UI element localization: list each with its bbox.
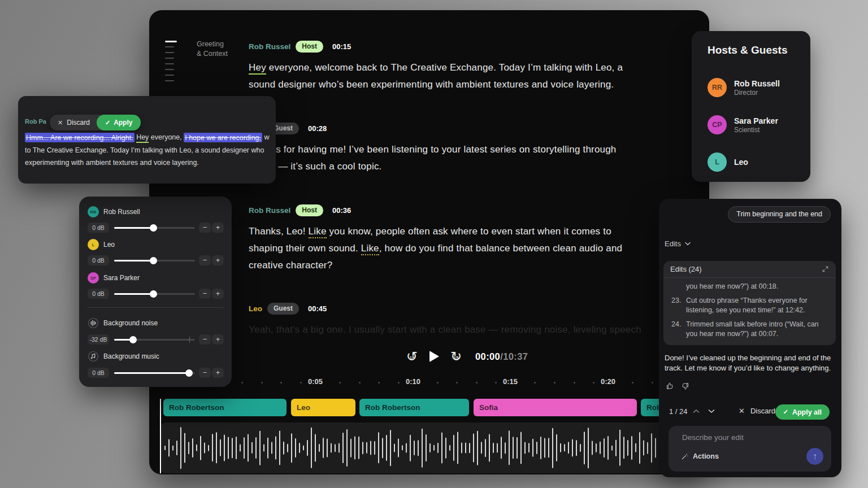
playhead[interactable] bbox=[160, 399, 161, 473]
slider-thumb[interactable] bbox=[129, 336, 137, 343]
apply-button[interactable]: ✓ Apply bbox=[97, 115, 141, 130]
thumbs-down-icon[interactable] bbox=[681, 382, 689, 390]
slider-thumb[interactable] bbox=[150, 257, 157, 264]
transcript-text[interactable]: sound — it’s such a cool topic. bbox=[249, 158, 653, 175]
apply-all-button[interactable]: ✓ Apply all bbox=[775, 404, 830, 420]
edit-item[interactable]: you hear me now?”) at 00:18. bbox=[671, 282, 828, 292]
send-button[interactable]: ↑ bbox=[806, 448, 823, 465]
timestamp[interactable]: 00:28 bbox=[308, 124, 327, 133]
minimap-line[interactable] bbox=[165, 75, 174, 76]
transcript-text[interactable]: creative character? bbox=[249, 257, 653, 274]
volume-minus-button[interactable]: − bbox=[199, 368, 211, 378]
timeline-segment[interactable]: Sofia bbox=[474, 399, 637, 416]
expand-icon[interactable] bbox=[822, 265, 829, 273]
timeline-segment[interactable]: Leo bbox=[291, 399, 355, 416]
chevron-down-icon bbox=[685, 242, 691, 246]
person-row[interactable]: RR Rob Russell Director bbox=[708, 78, 780, 97]
volume-plus-button[interactable]: + bbox=[212, 334, 224, 345]
discard-button[interactable]: ✕ Discard bbox=[50, 119, 97, 127]
person-role: Director bbox=[734, 89, 780, 97]
slider-thumb[interactable] bbox=[150, 290, 157, 298]
edits-list[interactable]: you hear me now?”) at 00:18. 23.Cut outr… bbox=[663, 278, 836, 339]
transcript-text-faded[interactable]: Yeah, that’s a big one. I usually start … bbox=[249, 321, 653, 338]
check-icon: ✓ bbox=[105, 119, 110, 127]
volume-plus-button[interactable]: + bbox=[212, 289, 224, 299]
guest-badge: Guest bbox=[267, 303, 299, 315]
transcript-block: Leo Guest 00:28 Thanks for having me! I’… bbox=[249, 121, 653, 175]
timeline-segment[interactable]: Rob Robertson bbox=[359, 399, 469, 416]
db-value: 0 dB bbox=[88, 289, 109, 299]
volume-slider[interactable] bbox=[114, 255, 195, 265]
minimap-line[interactable] bbox=[165, 58, 174, 59]
equalizer-icon bbox=[88, 317, 99, 329]
timestamp[interactable]: 00:15 bbox=[332, 42, 351, 51]
slider-thumb[interactable] bbox=[150, 224, 157, 232]
volume-minus-button[interactable]: − bbox=[199, 289, 211, 299]
actions-button[interactable]: Actions bbox=[681, 452, 719, 460]
volume-minus-button[interactable]: − bbox=[199, 223, 211, 233]
db-value: 0 dB bbox=[88, 255, 109, 265]
chevron-up-icon[interactable] bbox=[693, 409, 700, 413]
channel-name: Rob Russell bbox=[103, 206, 140, 217]
transcript-text[interactable]: Thanks for having me! I’ve been listenin… bbox=[249, 141, 653, 158]
volume-plus-button[interactable]: + bbox=[212, 223, 224, 233]
person-row[interactable]: CP Sara Parker Scientist bbox=[708, 115, 778, 134]
timestamp[interactable]: 00:45 bbox=[308, 304, 327, 313]
host-badge: Host bbox=[296, 204, 323, 216]
speaker-name[interactable]: Leo bbox=[249, 304, 262, 313]
edit-item[interactable]: 23.Cut outro phrase “Thanks everyone for… bbox=[671, 296, 828, 316]
minimap-line[interactable] bbox=[165, 80, 174, 81]
speaker-name[interactable]: Rob Russel bbox=[249, 42, 290, 51]
skip-forward-15-button[interactable]: ↻ 15 bbox=[449, 349, 463, 364]
db-value: -32 dB bbox=[88, 334, 109, 345]
play-button[interactable] bbox=[428, 350, 440, 363]
minimap-line[interactable] bbox=[165, 63, 174, 64]
audio-waveform[interactable] bbox=[160, 422, 704, 473]
check-icon: ✓ bbox=[783, 408, 788, 416]
assistant-message: Done! I’ve cleaned up the beginning and … bbox=[665, 353, 834, 373]
volume-minus-button[interactable]: − bbox=[199, 255, 211, 265]
transcript-text[interactable]: Thanks, Leo! Like you know, people often… bbox=[249, 223, 653, 240]
describe-edit-input[interactable] bbox=[681, 433, 796, 442]
edit-input-card: Actions ↑ bbox=[669, 426, 831, 472]
minimap-line[interactable] bbox=[165, 69, 174, 70]
ruler-label: 0:20 bbox=[601, 377, 615, 386]
section-label: Greeting & Context bbox=[197, 40, 228, 59]
removed-text: Hmm... Are we recording... Alright. bbox=[25, 133, 134, 142]
volume-slider[interactable] bbox=[114, 289, 195, 299]
edit-preview-text[interactable]: Hmm... Are we recording... Alright. Hey … bbox=[25, 131, 276, 169]
minimap-line-active[interactable] bbox=[165, 41, 177, 42]
edits-pagination-row: 1 / 24 ✕ Discard all ✓ Apply all bbox=[659, 404, 841, 420]
transcript-text[interactable]: shaping their own sound. Like, how do yo… bbox=[249, 240, 653, 257]
timeline-segment[interactable]: Rob Robertson bbox=[163, 399, 287, 416]
minimap-line[interactable] bbox=[165, 46, 174, 47]
arrow-up-icon: ↑ bbox=[813, 451, 817, 461]
avatar: RR bbox=[88, 206, 99, 217]
transcript-block: Rob Russel Host 00:15 Hey everyone, welc… bbox=[249, 40, 653, 93]
volume-plus-button[interactable]: + bbox=[212, 255, 224, 265]
volume-slider[interactable] bbox=[114, 334, 195, 345]
minimap-line[interactable] bbox=[165, 52, 174, 53]
person-name: Rob Russell bbox=[734, 79, 780, 89]
fx-name: Background noise bbox=[103, 317, 158, 329]
chevron-down-icon[interactable] bbox=[708, 409, 715, 413]
editor-window: Greeting & Context Rob Russel Host 00:15… bbox=[149, 10, 709, 474]
edit-item[interactable]: 24.Trimmed small talk before intro (“Wai… bbox=[671, 320, 828, 339]
transcript-text[interactable]: Hey everyone, welcome back to The Creati… bbox=[249, 59, 653, 76]
volume-plus-button[interactable]: + bbox=[212, 368, 224, 378]
avatar: RR bbox=[708, 78, 727, 97]
edits-dropdown[interactable]: Edits bbox=[665, 239, 691, 248]
speaker-name[interactable]: Rob Russel bbox=[249, 206, 290, 215]
volume-minus-button[interactable]: − bbox=[199, 334, 211, 345]
slider-thumb[interactable] bbox=[185, 369, 193, 377]
avatar: SP bbox=[88, 272, 99, 284]
thumbs-up-icon[interactable] bbox=[666, 382, 674, 390]
volume-slider[interactable] bbox=[114, 368, 195, 378]
transcript-text[interactable]: sound designer who’s been experimenting … bbox=[249, 76, 653, 93]
timestamp[interactable]: 00:36 bbox=[332, 206, 351, 215]
skip-back-15-button[interactable]: ↺ 15 bbox=[405, 349, 419, 364]
volume-slider[interactable] bbox=[114, 223, 195, 233]
removed-text: I hope we are recording, bbox=[184, 133, 262, 142]
person-row[interactable]: L Leo bbox=[708, 152, 748, 172]
playback-controls: ↺ 15 ↻ 15 00:00/10:37 bbox=[405, 347, 528, 365]
